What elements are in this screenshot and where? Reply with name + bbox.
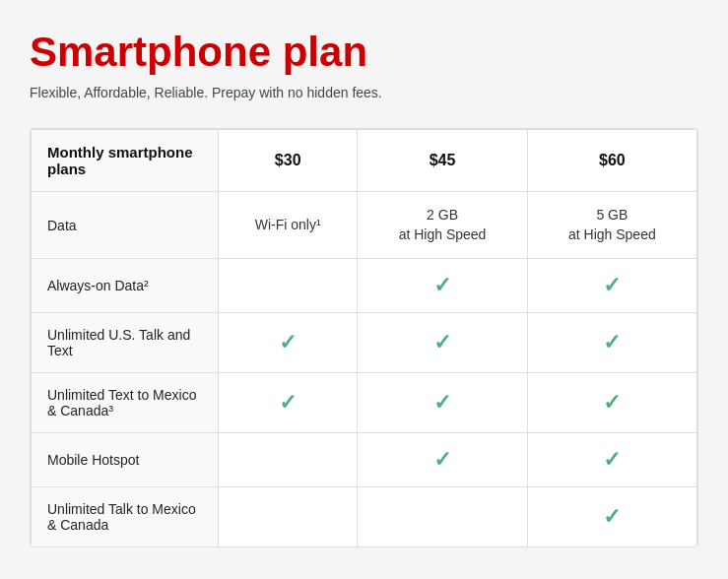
feature-cell: Unlimited U.S. Talk and Text bbox=[32, 313, 219, 373]
plan3-cell-row4: ✓ bbox=[527, 433, 696, 487]
plan1-cell-row1 bbox=[219, 259, 358, 313]
plan1-cell-row3: ✓ bbox=[219, 373, 358, 433]
plan2-cell-row0: 2 GBat High Speed bbox=[358, 192, 527, 259]
plan1-cell-row5 bbox=[219, 487, 358, 547]
plan3-cell-row5: ✓ bbox=[527, 487, 696, 547]
plan3-cell-row3: ✓ bbox=[527, 373, 696, 433]
plan3-cell-row1: ✓ bbox=[527, 259, 696, 313]
check-icon: ✓ bbox=[433, 273, 451, 298]
table-row: Unlimited Talk to Mexico & Canada✓ bbox=[32, 487, 697, 547]
plan2-cell-row2: ✓ bbox=[358, 313, 527, 373]
plan2-header: $45 bbox=[358, 130, 527, 192]
check-icon: ✓ bbox=[603, 273, 621, 298]
table-row: Mobile Hotspot✓✓ bbox=[32, 433, 697, 487]
check-icon: ✓ bbox=[433, 390, 451, 416]
plan2-cell-row4: ✓ bbox=[358, 433, 527, 487]
plan2-cell-row3: ✓ bbox=[358, 373, 527, 433]
check-icon: ✓ bbox=[433, 330, 451, 355]
check-icon: ✓ bbox=[603, 390, 621, 416]
data-value: Wi-Fi only¹ bbox=[255, 217, 321, 232]
table-row: Unlimited Text to Mexico & Canada³✓✓✓ bbox=[32, 373, 697, 433]
plan2-cell-row1: ✓ bbox=[358, 259, 527, 313]
plans-table-container: Monthly smartphone plans $30 $45 $60 Dat… bbox=[30, 128, 698, 547]
data-value: 2 GBat High Speed bbox=[399, 207, 487, 242]
check-icon: ✓ bbox=[603, 504, 621, 530]
feature-cell: Unlimited Text to Mexico & Canada³ bbox=[32, 373, 219, 433]
plan1-cell-row2: ✓ bbox=[219, 313, 358, 373]
check-icon: ✓ bbox=[603, 447, 621, 473]
plans-table: Monthly smartphone plans $30 $45 $60 Dat… bbox=[31, 129, 697, 547]
check-icon: ✓ bbox=[279, 390, 297, 416]
plan2-cell-row5 bbox=[358, 487, 527, 547]
table-row: Unlimited U.S. Talk and Text✓✓✓ bbox=[32, 313, 697, 373]
check-icon: ✓ bbox=[279, 330, 297, 355]
feature-cell: Unlimited Talk to Mexico & Canada bbox=[32, 487, 219, 547]
feature-cell: Mobile Hotspot bbox=[32, 433, 219, 487]
feature-cell: Data bbox=[32, 192, 219, 259]
table-row: DataWi-Fi only¹2 GBat High Speed5 GBat H… bbox=[32, 192, 697, 259]
feature-cell: Always-on Data² bbox=[32, 259, 219, 313]
plan1-cell-row4 bbox=[219, 433, 358, 487]
check-icon: ✓ bbox=[433, 447, 451, 473]
data-value: 5 GBat High Speed bbox=[568, 207, 656, 242]
page-subtitle: Flexible, Affordable, Reliable. Prepay w… bbox=[30, 85, 698, 100]
table-row: Always-on Data²✓✓ bbox=[32, 259, 697, 313]
plan3-cell-row2: ✓ bbox=[527, 313, 696, 373]
plan1-header: $30 bbox=[219, 130, 358, 192]
feature-column-header: Monthly smartphone plans bbox=[32, 130, 219, 192]
check-icon: ✓ bbox=[603, 330, 621, 355]
plan1-cell-row0: Wi-Fi only¹ bbox=[219, 192, 358, 259]
plan3-cell-row0: 5 GBat High Speed bbox=[527, 192, 696, 259]
plan3-header: $60 bbox=[527, 130, 696, 192]
page-title: Smartphone plan bbox=[30, 30, 698, 75]
table-header-row: Monthly smartphone plans $30 $45 $60 bbox=[32, 130, 697, 192]
